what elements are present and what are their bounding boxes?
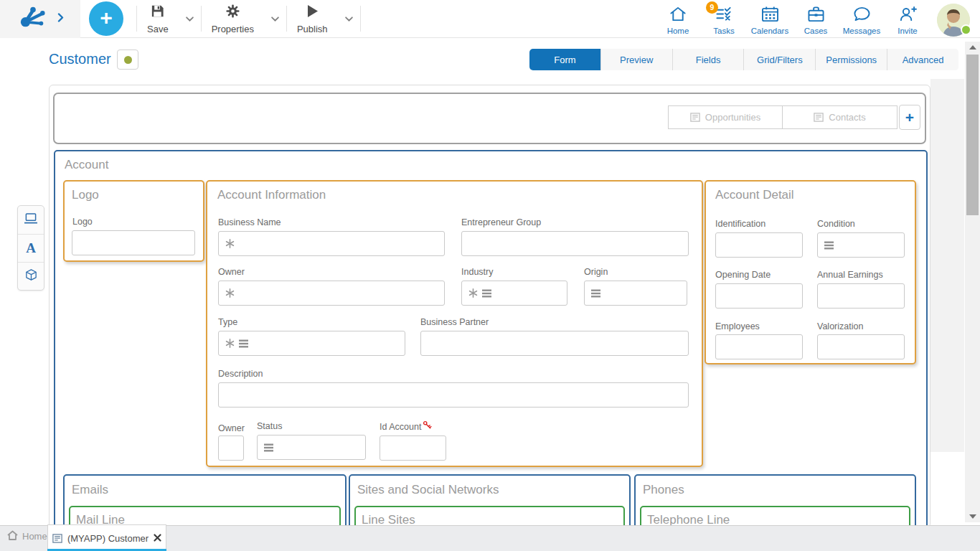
state-dot-icon [124,56,132,64]
entrepreneur-group-input[interactable] [461,231,689,256]
nav-invite[interactable]: Invite [887,1,928,35]
annual-earnings-label: Annual Earnings [817,270,883,280]
layout-tool-button[interactable] [18,206,44,234]
type-input[interactable] [218,331,405,356]
required-icon [225,288,235,298]
identification-input[interactable] [715,232,803,258]
required-icon [225,339,235,348]
tab-permissions[interactable]: Permissions [815,49,887,70]
footer-tab-label: (MYAPP) Customer [67,533,149,544]
related-tab-opportunities[interactable]: Opportunities [668,105,783,129]
business-name-input[interactable] [218,231,445,256]
publish-button[interactable]: Publish [287,0,338,38]
object-state-button[interactable] [117,50,138,70]
combo-icon [824,241,834,250]
owner2-label: Owner [218,423,245,433]
scroll-down-button[interactable] [965,511,980,522]
user-avatar[interactable] [937,4,970,37]
logo-input[interactable] [72,230,195,255]
related-tab-contacts[interactable]: Contacts [783,105,897,129]
origin-label: Origin [584,267,608,277]
scroll-down-icon [969,514,976,519]
briefcase-icon [807,6,825,25]
save-dropdown-button[interactable] [179,0,201,38]
app-root: + Save [0,0,980,551]
nav-tasks[interactable]: 9 Tasks [703,1,745,35]
logo-field-label: Logo [72,217,93,227]
add-related-tab-button[interactable]: + [899,105,920,130]
publish-dropdown-button[interactable] [338,0,360,38]
description-input[interactable] [218,382,689,408]
id-account-label-row: Id Account [380,422,432,432]
scroll-up-button[interactable] [965,42,980,53]
text-tool-button[interactable]: A [18,234,44,262]
home-icon [669,6,687,25]
publish-play-icon [306,4,319,22]
nav-tasks-label: Tasks [713,27,734,35]
tab-fields[interactable]: Fields [672,49,744,70]
vertical-scrollbar[interactable] [965,42,980,522]
save-label: Save [147,24,169,34]
topbar: + Save [0,0,980,38]
combo-icon [239,339,249,348]
footer-tab-close-icon[interactable] [154,533,161,544]
tab-form[interactable]: Form [529,49,600,70]
business-name-label: Business Name [218,217,281,227]
save-button[interactable]: Save [137,0,179,38]
sidebar-expand-icon[interactable] [57,12,64,25]
employees-label: Employees [715,321,760,331]
nav-calendars-label: Calendars [751,27,788,35]
tab-advanced[interactable]: Advanced [887,49,958,70]
condition-label: Condition [817,219,855,229]
scroll-up-icon [969,45,976,50]
opening-date-input[interactable] [715,283,803,309]
employees-input[interactable] [715,334,803,359]
tab-grid-filters[interactable]: Grid/Filters [743,49,815,70]
topbar-nav: Home 9 Tasks [657,1,980,37]
phones-title: Phones [643,483,684,497]
logo-panel-title: Logo [72,188,99,202]
condition-input[interactable] [817,232,905,258]
owner-input[interactable] [218,281,445,306]
annual-earnings-input[interactable] [817,283,905,309]
properties-label: Properties [212,24,254,34]
tab-preview[interactable]: Preview [600,49,672,70]
nav-home[interactable]: Home [657,1,699,35]
account-information-title: Account Information [217,188,326,202]
tasks-badge: 9 [706,1,718,14]
nav-calendars[interactable]: Calendars [749,1,791,35]
required-icon [225,239,235,248]
industry-input[interactable] [461,281,567,306]
designer-toolbox: A [17,205,44,291]
nav-messages[interactable]: Messages [841,1,882,35]
scrollbar-thumb[interactable] [966,55,979,215]
status-input[interactable] [257,435,366,460]
save-icon [150,4,165,22]
combo-icon [264,443,274,452]
footer-bar: Home (MYAPP) Customer [0,525,980,551]
valorization-input[interactable] [817,334,905,359]
opening-date-label: Opening Date [715,270,771,280]
entrepreneur-group-label: Entrepreneur Group [461,217,541,227]
nav-home-label: Home [667,27,689,35]
footer-home-button[interactable]: Home [7,530,47,542]
properties-dropdown-button[interactable] [264,0,286,38]
app-logo-box[interactable] [0,0,80,38]
footer-tab-customer[interactable]: (MYAPP) Customer [47,524,166,551]
related-tab-label: Contacts [829,112,865,123]
calendar-icon [761,6,779,25]
component-tool-button[interactable] [18,262,44,290]
new-object-button[interactable]: + [89,1,123,36]
message-bubble-icon [852,6,871,25]
owner2-input[interactable] [218,435,244,461]
properties-button[interactable]: Properties [202,0,264,38]
type-label: Type [218,317,237,327]
account-group-title: Account [65,158,108,172]
origin-input[interactable] [584,281,687,306]
frog-logo-icon [17,3,49,34]
related-tab-label: Opportunities [705,112,760,123]
business-partner-input[interactable] [420,331,689,356]
business-partner-label: Business Partner [420,317,489,327]
id-account-input[interactable] [380,435,446,461]
nav-cases[interactable]: Cases [795,1,837,35]
